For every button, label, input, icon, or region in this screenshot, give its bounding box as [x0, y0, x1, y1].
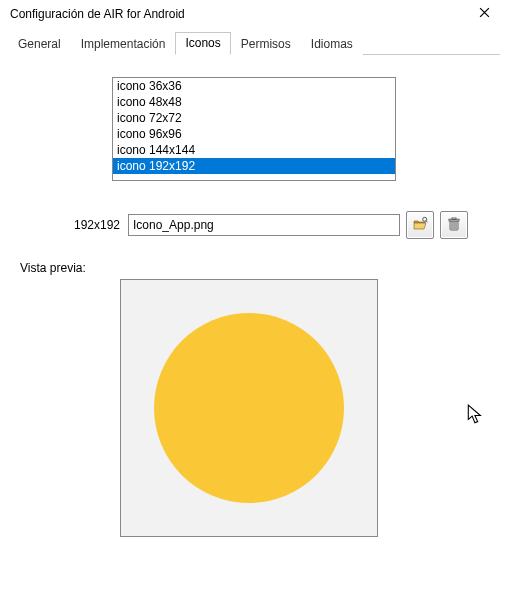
trash-icon [446, 216, 462, 235]
tab-label: Implementación [81, 37, 166, 51]
tab-iconos[interactable]: Iconos [175, 32, 230, 55]
list-item[interactable]: icono 72x72 [113, 110, 395, 126]
tab-permisos[interactable]: Permisos [231, 33, 301, 55]
list-item-label: icono 144x144 [117, 143, 195, 157]
preview-box [120, 279, 378, 537]
list-item-label: icono 96x96 [117, 127, 182, 141]
list-item-label: icono 48x48 [117, 95, 182, 109]
list-item-label: icono 36x36 [117, 79, 182, 93]
list-item-label: icono 72x72 [117, 111, 182, 125]
tab-label: Permisos [241, 37, 291, 51]
tab-label: General [18, 37, 61, 51]
close-button[interactable] [468, 2, 500, 26]
delete-button[interactable] [440, 211, 468, 239]
icon-path-input[interactable] [128, 214, 400, 236]
close-icon [479, 7, 490, 21]
list-item[interactable]: icono 48x48 [113, 94, 395, 110]
tab-panel-iconos: icono 36x36 icono 48x48 icono 72x72 icon… [0, 55, 508, 547]
preview-label: Vista previa: [20, 261, 488, 275]
list-item[interactable]: icono 36x36 [113, 78, 395, 94]
titlebar: Configuración de AIR for Android [0, 0, 508, 28]
tab-idiomas[interactable]: Idiomas [301, 33, 363, 55]
tab-implementacion[interactable]: Implementación [71, 33, 176, 55]
window-title: Configuración de AIR for Android [10, 7, 185, 21]
size-label: 192x192 [20, 218, 128, 232]
list-item[interactable]: icono 96x96 [113, 126, 395, 142]
icon-path-row: 192x192 [20, 211, 488, 239]
tab-label: Iconos [185, 36, 220, 50]
folder-open-icon [412, 216, 428, 235]
preview-image [154, 313, 344, 503]
dialog-window: Configuración de AIR for Android General… [0, 0, 508, 596]
tab-label: Idiomas [311, 37, 353, 51]
icon-size-listbox[interactable]: icono 36x36 icono 48x48 icono 72x72 icon… [112, 77, 396, 181]
browse-button[interactable] [406, 211, 434, 239]
list-item[interactable]: icono 144x144 [113, 142, 395, 158]
list-item[interactable]: icono 192x192 [113, 158, 395, 174]
svg-rect-3 [452, 218, 456, 220]
tab-strip: General Implementación Iconos Permisos I… [8, 32, 500, 55]
list-item-label: icono 192x192 [117, 159, 195, 173]
tab-general[interactable]: General [8, 33, 71, 55]
